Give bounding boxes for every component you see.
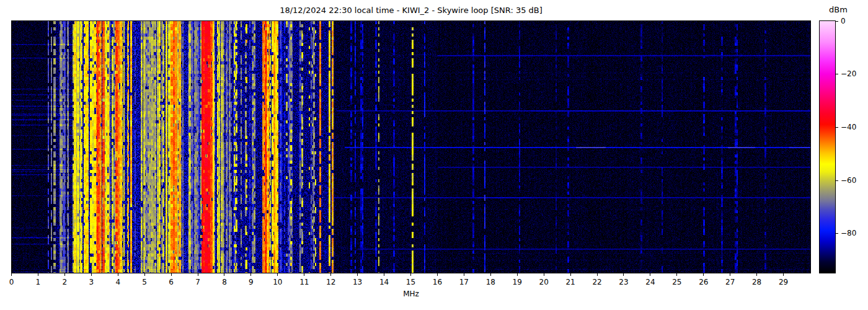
x-tick-label: 23 bbox=[613, 278, 634, 286]
x-tick bbox=[464, 273, 464, 276]
plot-title: 18/12/2024 22:30 local time - KIWI_2 - S… bbox=[11, 6, 811, 15]
x-tick-label: 16 bbox=[427, 278, 448, 286]
x-tick-label: 7 bbox=[187, 278, 208, 286]
x-tick-label: 26 bbox=[693, 278, 714, 286]
x-tick-label: 0 bbox=[1, 278, 22, 286]
x-tick bbox=[570, 273, 571, 276]
colorbar-tick bbox=[836, 127, 838, 128]
x-tick-label: 12 bbox=[321, 278, 342, 286]
x-tick bbox=[517, 273, 518, 276]
x-tick-label: 22 bbox=[587, 278, 608, 286]
colorbar-gradient bbox=[819, 20, 836, 273]
colorbar-tick-label: −40 bbox=[841, 123, 856, 131]
x-axis-label: MHz bbox=[11, 290, 811, 298]
x-tick bbox=[330, 273, 331, 276]
x-tick bbox=[250, 273, 251, 276]
x-tick bbox=[224, 273, 224, 276]
x-tick-label: 21 bbox=[560, 278, 581, 286]
x-tick-label: 15 bbox=[401, 278, 422, 286]
x-tick-label: 2 bbox=[54, 278, 75, 286]
colorbar-label: dBm bbox=[825, 5, 852, 14]
x-tick bbox=[730, 273, 730, 276]
colorbar-tick-label: 0 bbox=[841, 17, 846, 25]
colorbar-tick bbox=[836, 74, 838, 74]
x-tick bbox=[544, 273, 544, 276]
x-tick bbox=[703, 273, 704, 276]
x-tick bbox=[490, 273, 491, 276]
x-tick-label: 18 bbox=[480, 278, 501, 286]
x-tick bbox=[676, 273, 677, 276]
colorbar-tick bbox=[836, 180, 838, 181]
colorbar-tick-label: −20 bbox=[841, 69, 856, 78]
x-tick bbox=[91, 273, 92, 276]
x-tick bbox=[410, 273, 411, 276]
colorbar-tick-label: −80 bbox=[841, 229, 856, 237]
x-tick-label: 11 bbox=[294, 278, 315, 286]
x-tick bbox=[144, 273, 145, 276]
x-tick bbox=[384, 273, 384, 276]
x-tick-label: 24 bbox=[640, 278, 661, 286]
x-tick-label: 20 bbox=[533, 278, 554, 286]
x-tick-label: 6 bbox=[161, 278, 182, 286]
x-tick-label: 25 bbox=[666, 278, 688, 286]
x-tick bbox=[597, 273, 598, 276]
x-tick-label: 28 bbox=[746, 278, 768, 286]
x-tick-label: 10 bbox=[267, 278, 288, 286]
x-tick bbox=[650, 273, 650, 276]
waterfall-plot bbox=[11, 20, 811, 273]
x-tick-label: 4 bbox=[107, 278, 128, 286]
x-tick bbox=[756, 273, 757, 276]
colorbar-tick-label: −60 bbox=[841, 176, 856, 185]
x-tick-label: 1 bbox=[27, 278, 48, 286]
waterfall-canvas bbox=[12, 21, 810, 273]
x-tick bbox=[277, 273, 278, 276]
x-tick-label: 17 bbox=[453, 278, 474, 286]
x-tick-label: 8 bbox=[214, 278, 235, 286]
x-tick bbox=[623, 273, 624, 276]
x-tick bbox=[118, 273, 118, 276]
x-tick-label: 9 bbox=[241, 278, 262, 286]
x-tick bbox=[198, 273, 198, 276]
colorbar-tick bbox=[836, 233, 838, 234]
x-tick-label: 13 bbox=[347, 278, 368, 286]
colorbar-tick bbox=[836, 21, 838, 22]
x-tick bbox=[783, 273, 784, 276]
x-tick-label: 3 bbox=[81, 278, 102, 286]
x-tick-label: 14 bbox=[374, 278, 395, 286]
x-tick bbox=[437, 273, 438, 276]
x-tick bbox=[64, 273, 65, 276]
x-tick-label: 29 bbox=[773, 278, 794, 286]
x-tick bbox=[38, 273, 38, 276]
spectrogram-figure: 18/12/2024 22:30 local time - KIWI_2 - S… bbox=[0, 0, 868, 310]
x-tick bbox=[171, 273, 172, 276]
x-tick-label: 27 bbox=[720, 278, 741, 286]
x-tick bbox=[304, 273, 304, 276]
x-tick-label: 19 bbox=[507, 278, 528, 286]
x-tick bbox=[357, 273, 358, 276]
x-tick-label: 5 bbox=[134, 278, 155, 286]
x-tick bbox=[11, 273, 12, 276]
